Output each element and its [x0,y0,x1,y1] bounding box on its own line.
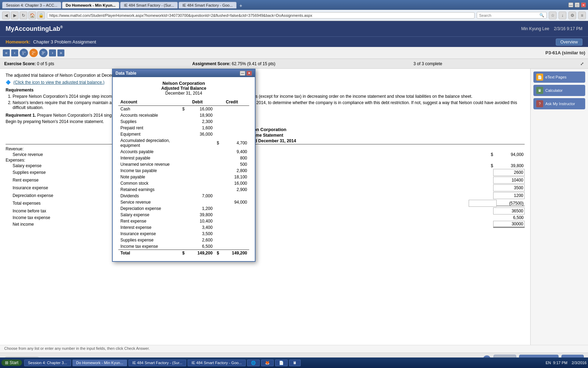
problem-icon[interactable]: 🔷 [6,80,11,85]
account-cell: Depreciation expense [118,205,180,212]
credit-cell [221,106,249,113]
back-button[interactable]: ◀ [2,12,10,19]
account-cell: Equipment [118,131,180,137]
depreciation-expense-input[interactable] [493,192,525,199]
browser-tab-3[interactable]: IE 484 Smart Factory - (Sur... [120,2,178,8]
table-row: Interest payable 800 [118,155,249,161]
maximize-button[interactable]: □ [575,2,580,7]
credit-symbol-cell [215,168,221,174]
browser-tab-4[interactable]: IE 484 Smart Factory - Goo... [178,2,237,8]
trial-balance-table: Account Debit Credit Cash $ 16,000 Accou… [118,98,249,256]
close-button[interactable]: ✕ [581,2,586,7]
credit-cell [221,243,249,250]
credit-symbol-cell [215,112,221,118]
insurance-expense-input[interactable] [493,184,525,191]
table-row: Cash $ 16,000 [118,106,249,113]
home-button[interactable]: 🏠 [28,12,36,19]
taskbar-item-1[interactable]: Session 4: Chapter 3... [24,360,71,366]
nav-next-button[interactable]: › [49,49,56,56]
start-button[interactable]: ⊞ Start [1,360,22,365]
lock-icon: 🔒 [37,12,45,19]
total-debit: 149,200 [187,250,215,257]
taskbar-item-8[interactable]: 🖩 [289,360,301,366]
rent-expense-input[interactable] [493,177,525,184]
debit-cell: 7,000 [187,193,215,199]
problem-link[interactable]: (Click the icon to view the adjusted tri… [13,80,104,85]
credit-symbol-cell [215,205,221,212]
nav-item-3[interactable]: 3° [39,49,48,57]
taskbar-item-2[interactable]: Do Homework - Min Kyun... [72,360,127,366]
taskbar-item-7[interactable]: 📄 [275,360,288,366]
app-logo: MyAccountingLab® [6,25,63,33]
account-cell: Insurance expense [118,231,180,237]
credit-symbol-cell [215,237,221,243]
credit-symbol-cell [215,224,221,231]
browser-tab-2[interactable]: Do Homework - Min Kyun... [62,2,119,8]
nav-item-1[interactable]: 1° [20,49,28,57]
nav-item-2[interactable]: 2° [29,49,38,57]
debit-symbol-cell [180,193,187,199]
modal-close-button[interactable]: ✕ [246,71,252,76]
exercise-id: P3-61A (similar to) [545,50,585,55]
col-account: Account [118,98,180,106]
settings-icon[interactable]: ⚙ [568,12,576,19]
credit-cell [221,224,249,231]
total-credit: 149,200 [221,250,249,257]
debit-cell [187,186,215,193]
new-tab-button[interactable]: + [237,3,244,8]
homework-title: Chapter 3 Problem Assignment [33,39,96,45]
table-row: Income tax expense 6,500 [118,243,249,250]
search-input[interactable] [479,13,539,18]
ask-instructor-button[interactable]: ? Ask My Instructor [533,98,585,109]
forward-button[interactable]: ▶ [11,12,19,19]
search-box[interactable]: 🔍 [477,12,547,19]
debit-cell: 36,000 [187,131,215,137]
account-cell: Retained earnings [118,186,180,193]
taskbar: ⊞ Start Session 4: Chapter 3... Do Homew… [0,357,588,365]
table-row: Supplies expense 2,600 [118,237,249,243]
user-info: Min Kyung Lee 2/3/16 9:17 PM [521,26,582,31]
nav-controls: « ‹ 1° 2° 3° › » [3,49,64,57]
nav-first-button[interactable]: « [3,49,10,56]
debit-cell [187,149,215,155]
credit-symbol-cell [215,243,221,250]
rent-expense-row: Rent expense [6,177,525,184]
account-cell: Cash [118,106,180,113]
supplies-expense-input[interactable] [493,169,525,176]
statement-subtitle: Income Statement [6,133,525,138]
credit-cell: 18,100 [221,174,249,180]
taskbar-locale: EN [546,361,551,365]
homework-label: Homework: [6,39,30,45]
taskbar-item-6[interactable]: 🦊 [261,360,274,366]
total-expenses-input1[interactable] [469,200,497,207]
overview-button[interactable]: Overview [556,39,582,46]
nav-prev-button[interactable]: ‹ [11,49,18,56]
debit-symbol-cell [180,231,187,237]
refresh-button[interactable]: ↻ [20,12,27,19]
taskbar-item-5[interactable]: 🌐 [247,360,260,366]
credit-cell: 94,000 [221,199,249,205]
modal-minimize-button[interactable]: — [240,71,245,76]
account-cell: Unearned service revenue [118,161,180,168]
calculator-icon: 🖩 [536,87,543,94]
debit-cell [187,137,215,149]
favorites-icon[interactable]: ☆ [549,12,556,19]
account-cell: Accounts payable [118,149,180,155]
taskbar-item-4[interactable]: IE 484 Smart Factory - Goo... [188,360,246,366]
credit-symbol-cell [215,149,221,155]
calculator-button[interactable]: 🖩 Calculator [533,85,585,96]
nav-last-button[interactable]: » [57,49,64,56]
minimize-button[interactable]: — [568,2,573,7]
income-before-tax-input[interactable] [493,207,525,214]
download-icon[interactable]: ↓ [559,12,566,19]
statement-corp-name: Nelson Corporation [6,127,525,132]
taskbar-item-3[interactable]: IE 484 Smart Factory - (Sur... [128,360,186,366]
menu-icon[interactable]: ≡ [578,12,586,19]
etext-pages-button[interactable]: 📄 eText Pages [533,71,585,83]
credit-symbol-cell [215,125,221,131]
debit-cell: 1,600 [187,125,215,131]
net-income-input[interactable] [493,221,525,228]
expand-icon[interactable]: ⤢ [580,61,584,66]
browser-tab-1[interactable]: Session 4: Chapter 3 – ACC... [2,2,61,8]
address-input[interactable]: https://www.mathxl.com/Student/PlayerHom… [47,12,475,19]
